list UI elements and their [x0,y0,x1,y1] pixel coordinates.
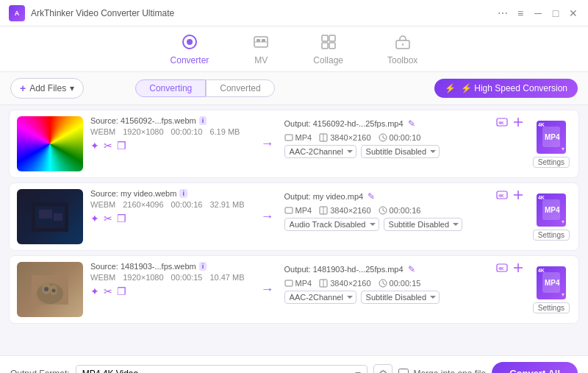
merge-checkbox[interactable] [398,369,409,374]
svg-rect-6 [322,35,328,41]
arrow-1: → [258,116,277,171]
output-selects-2: Audio Track Disabled Subtitle Disabled [284,218,524,231]
file-card-2: Source: my video.webm i WEBM 2160×4096 0… [9,182,579,251]
copy-btn-2[interactable]: ❐ [117,213,126,224]
svg-point-44 [44,287,49,291]
quality-btn-2[interactable]: 4K [496,189,508,203]
svg-rect-27 [54,213,62,221]
svg-line-37 [383,210,385,212]
cut-btn-1[interactable]: ✂ [104,140,112,152]
format-settings-btn[interactable]: ⚙ [373,364,392,374]
output-selects-1: AAC-2Channel Subtitle Disabled [284,145,524,158]
app-logo: A [9,5,25,21]
window-menu-btn[interactable]: ⋯ [497,7,509,19]
nav-item-mv[interactable]: MV [245,32,276,67]
info-badge-1: i [199,116,207,125]
arrow-2: → [258,189,277,244]
window-controls: ⋯ ≡ ─ □ ✕ [497,7,579,19]
toolbar: + Add Files ▾ Converting Converted ⚡ ⚡ H… [0,72,588,105]
nav-item-collage[interactable]: Collage [306,32,351,67]
quality-btn-3[interactable]: 4K [496,262,508,276]
settings-button-3[interactable]: Settings [533,302,570,313]
high-speed-button[interactable]: ⚡ ⚡ High Speed Conversion [434,79,578,98]
window-hamburger-btn[interactable]: ≡ [514,7,526,19]
file-info-1: Source: 4156092-...fps.webm i WEBM 1920×… [90,116,251,171]
app-title: ArkThinker Video Converter Ultimate [31,8,497,18]
tab-converted[interactable]: Converted [206,79,274,97]
add-files-button[interactable]: + Add Files ▾ [10,78,84,99]
bottom-bar: Output Format: MP4 4K Video ⚙ Merge into… [0,355,588,373]
settings-button-2[interactable]: Settings [533,230,570,241]
mp4-icon-2: 4K MP4 ▾ [537,193,566,227]
svg-text:MP4: MP4 [545,133,560,141]
svg-text:MP4: MP4 [545,279,560,287]
split-btn-3[interactable] [512,262,524,276]
split-btn-1[interactable] [512,116,524,130]
window-maximize-btn[interactable]: □ [550,7,562,19]
file-meta-3: WEBM 1920×1080 00:00:15 10.47 MB [90,273,251,282]
file-actions-1: ✦ ✂ ❐ [90,140,251,152]
cut-btn-3[interactable]: ✂ [104,285,112,297]
tab-converting[interactable]: Converting [135,79,206,97]
enhance-btn-1[interactable]: ✦ [90,140,99,152]
file-info-2: Source: my video.webm i WEBM 2160×4096 0… [90,189,251,244]
svg-text:MP4: MP4 [545,206,560,214]
file-card-3: Source: 1481903-...fps.webm i WEBM 1920×… [9,255,579,324]
svg-line-21 [383,138,385,139]
svg-point-45 [52,288,56,292]
merge-label: Merge into one file [413,369,486,374]
mp4-icon-1: 4K MP4 ▾ [537,121,566,154]
output-name-1: Output: 4156092-hd-...25fps.mp4 [284,119,404,128]
output-controls-1: 4K [496,116,524,130]
svg-text:4K: 4K [498,121,504,125]
convert-all-button[interactable]: Convert All [492,362,578,373]
svg-rect-9 [329,43,335,49]
file-source-2: Source: my video.webm i [90,189,251,198]
svg-rect-16 [285,135,293,141]
subtitle-select-1[interactable]: Subtitle Disabled [361,145,440,158]
nav-label-toolbox: Toolbox [387,55,417,65]
merge-area: Merge into one file [398,369,486,374]
format-label: Output Format: [10,369,70,374]
cut-btn-2[interactable]: ✂ [104,213,112,224]
output-meta-1: MP4 3840×2160 00:00:10 [284,133,524,142]
output-section-2: Output: my video.mp4 ✎ 4K MP4 [284,189,524,244]
nav-item-toolbox[interactable]: Toolbox [380,32,425,67]
thumbnail-3 [17,262,83,317]
split-btn-2[interactable] [512,189,524,203]
window-minimize-btn[interactable]: ─ [532,7,544,19]
quality-btn-1[interactable]: 4K [496,116,508,130]
nav-bar: Converter MV Collage [0,26,588,72]
output-top-2: Output: my video.mp4 ✎ 4K [284,189,524,203]
copy-btn-3[interactable]: ❐ [117,285,126,297]
audio-select-1[interactable]: AAC-2Channel [284,145,356,158]
copy-btn-1[interactable]: ❐ [117,140,126,152]
collage-icon [320,34,337,54]
output-controls-2: 4K [496,189,524,203]
enhance-btn-3[interactable]: ✦ [90,285,99,297]
subtitle-select-3[interactable]: Subtitle Disabled [361,291,440,304]
audio-select-2[interactable]: Audio Track Disabled [284,218,379,231]
output-name-3: Output: 1481903-hd-...25fps.mp4 [284,265,404,274]
file-info-3: Source: 1481903-...fps.webm i WEBM 1920×… [90,262,251,317]
audio-select-3[interactable]: AAC-2Channel [284,291,356,304]
subtitle-select-2[interactable]: Subtitle Disabled [384,218,462,231]
enhance-btn-2[interactable]: ✦ [90,213,99,224]
mp4-icon-3: 4K MP4 ▾ [537,266,566,299]
window-close-btn[interactable]: ✕ [567,7,579,19]
svg-line-55 [383,283,385,285]
edit-icon-3[interactable]: ✎ [408,264,415,274]
settings-button-1[interactable]: Settings [533,157,570,168]
output-top-3: Output: 1481903-hd-...25fps.mp4 ✎ 4K [284,262,524,276]
bolt-icon: ⚡ [445,83,456,93]
settings-area-3: 4K MP4 ▾ Settings [531,262,571,317]
edit-icon-2[interactable]: ✎ [368,191,375,202]
svg-point-1 [187,39,193,45]
svg-text:4K: 4K [498,266,504,271]
nav-item-converter[interactable]: Converter [163,32,217,67]
plus-icon: + [20,82,26,94]
format-select[interactable]: MP4 4K Video [76,365,368,374]
edit-icon-1[interactable]: ✎ [408,118,415,129]
settings-area-1: 4K MP4 ▾ Settings [531,116,571,171]
content-area: Source: 4156092-...fps.webm i WEBM 1920×… [0,105,588,355]
